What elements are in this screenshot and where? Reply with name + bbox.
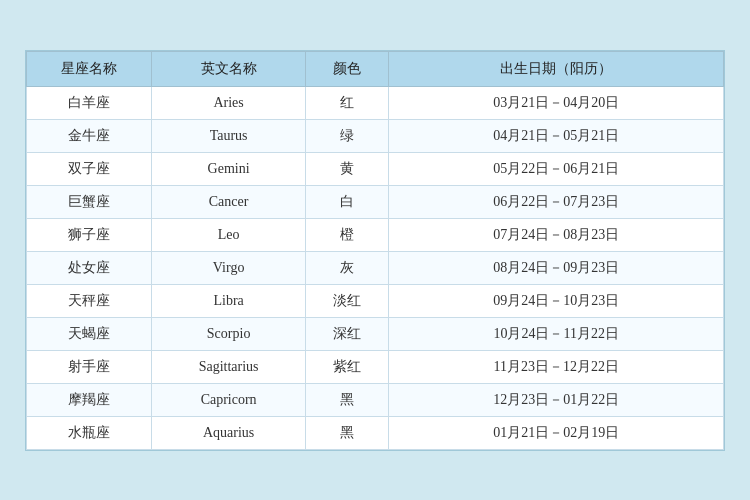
cell-color: 深红 — [305, 317, 389, 350]
header-en: 英文名称 — [152, 51, 305, 86]
cell-en: Aries — [152, 86, 305, 119]
table-row: 天秤座Libra淡红09月24日－10月23日 — [27, 284, 724, 317]
cell-en: Aquarius — [152, 416, 305, 449]
cell-zh: 水瓶座 — [27, 416, 152, 449]
cell-zh: 摩羯座 — [27, 383, 152, 416]
cell-en: Virgo — [152, 251, 305, 284]
table-row: 双子座Gemini黄05月22日－06月21日 — [27, 152, 724, 185]
cell-zh: 天秤座 — [27, 284, 152, 317]
zodiac-table-container: 星座名称 英文名称 颜色 出生日期（阳历） 白羊座Aries红03月21日－04… — [25, 50, 725, 451]
table-row: 巨蟹座Cancer白06月22日－07月23日 — [27, 185, 724, 218]
cell-zh: 白羊座 — [27, 86, 152, 119]
table-row: 天蝎座Scorpio深红10月24日－11月22日 — [27, 317, 724, 350]
zodiac-table: 星座名称 英文名称 颜色 出生日期（阳历） 白羊座Aries红03月21日－04… — [26, 51, 724, 450]
cell-color: 白 — [305, 185, 389, 218]
cell-en: Cancer — [152, 185, 305, 218]
table-row: 狮子座Leo橙07月24日－08月23日 — [27, 218, 724, 251]
table-row: 摩羯座Capricorn黑12月23日－01月22日 — [27, 383, 724, 416]
cell-color: 淡红 — [305, 284, 389, 317]
cell-color: 黑 — [305, 416, 389, 449]
cell-en: Scorpio — [152, 317, 305, 350]
cell-zh: 处女座 — [27, 251, 152, 284]
cell-en: Capricorn — [152, 383, 305, 416]
cell-zh: 射手座 — [27, 350, 152, 383]
cell-date: 01月21日－02月19日 — [389, 416, 724, 449]
cell-en: Libra — [152, 284, 305, 317]
header-color: 颜色 — [305, 51, 389, 86]
table-row: 白羊座Aries红03月21日－04月20日 — [27, 86, 724, 119]
cell-zh: 狮子座 — [27, 218, 152, 251]
cell-date: 04月21日－05月21日 — [389, 119, 724, 152]
cell-date: 12月23日－01月22日 — [389, 383, 724, 416]
table-body: 白羊座Aries红03月21日－04月20日金牛座Taurus绿04月21日－0… — [27, 86, 724, 449]
cell-color: 橙 — [305, 218, 389, 251]
cell-color: 紫红 — [305, 350, 389, 383]
cell-color: 黄 — [305, 152, 389, 185]
table-row: 水瓶座Aquarius黑01月21日－02月19日 — [27, 416, 724, 449]
table-row: 射手座Sagittarius紫红11月23日－12月22日 — [27, 350, 724, 383]
cell-en: Gemini — [152, 152, 305, 185]
cell-color: 绿 — [305, 119, 389, 152]
cell-date: 09月24日－10月23日 — [389, 284, 724, 317]
table-row: 处女座Virgo灰08月24日－09月23日 — [27, 251, 724, 284]
table-row: 金牛座Taurus绿04月21日－05月21日 — [27, 119, 724, 152]
header-zh: 星座名称 — [27, 51, 152, 86]
cell-zh: 金牛座 — [27, 119, 152, 152]
cell-date: 05月22日－06月21日 — [389, 152, 724, 185]
cell-zh: 天蝎座 — [27, 317, 152, 350]
cell-en: Taurus — [152, 119, 305, 152]
cell-date: 03月21日－04月20日 — [389, 86, 724, 119]
cell-color: 灰 — [305, 251, 389, 284]
cell-en: Leo — [152, 218, 305, 251]
table-header-row: 星座名称 英文名称 颜色 出生日期（阳历） — [27, 51, 724, 86]
cell-date: 08月24日－09月23日 — [389, 251, 724, 284]
cell-zh: 巨蟹座 — [27, 185, 152, 218]
header-date: 出生日期（阳历） — [389, 51, 724, 86]
cell-color: 黑 — [305, 383, 389, 416]
cell-date: 10月24日－11月22日 — [389, 317, 724, 350]
cell-date: 07月24日－08月23日 — [389, 218, 724, 251]
cell-en: Sagittarius — [152, 350, 305, 383]
cell-date: 11月23日－12月22日 — [389, 350, 724, 383]
cell-color: 红 — [305, 86, 389, 119]
cell-date: 06月22日－07月23日 — [389, 185, 724, 218]
cell-zh: 双子座 — [27, 152, 152, 185]
